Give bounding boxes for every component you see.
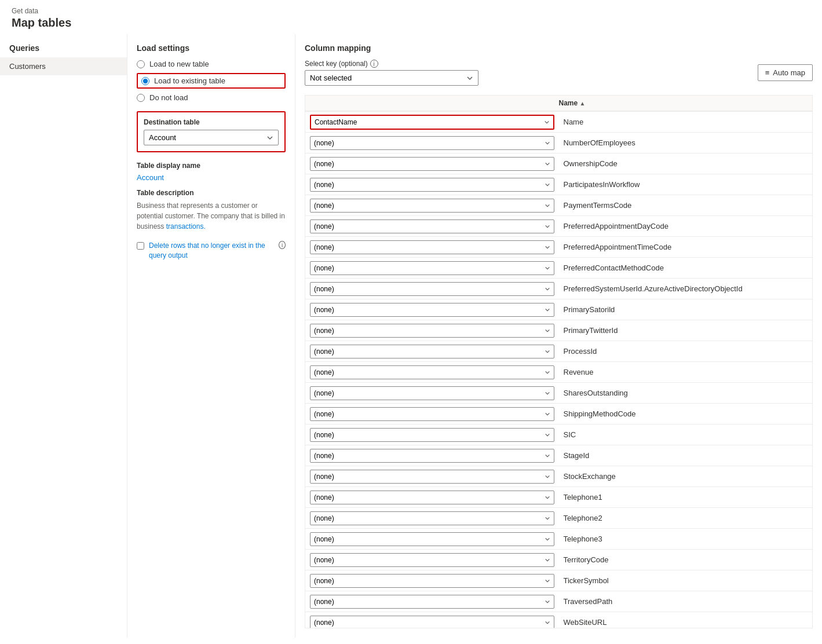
mapping-source-cell: (none) — [305, 342, 559, 361]
do-not-load-radio[interactable] — [137, 94, 145, 102]
source-select-16[interactable]: (none) — [310, 449, 554, 463]
key-select-row: Select key (optional) i Not selected ≡ A… — [305, 60, 813, 86]
mapping-dest-cell: WebSiteURL — [559, 616, 813, 628]
load-to-new-table-radio[interactable] — [137, 60, 145, 68]
col-source-header — [305, 99, 554, 107]
source-select-24[interactable]: (none) — [310, 616, 554, 629]
source-select-19[interactable]: (none) — [310, 511, 554, 525]
source-select-22[interactable]: (none) — [310, 574, 554, 588]
description-link[interactable]: transactions. — [166, 222, 206, 230]
col-dest-header: Name ▲ — [554, 99, 803, 107]
source-select-21[interactable]: (none) — [310, 553, 554, 567]
mapping-dest-cell: PreferredSystemUserId.AzureActiveDirecto… — [559, 282, 813, 295]
auto-map-button[interactable]: ≡ Auto map — [758, 64, 813, 81]
load-to-existing-table-radio[interactable] — [141, 77, 149, 85]
mapping-source-cell: (none) — [305, 384, 559, 402]
source-select-14[interactable]: (none) — [310, 407, 554, 421]
mapping-dest-cell: StageId — [559, 449, 813, 462]
query-item-customers[interactable]: Customers — [0, 57, 127, 75]
source-select-10[interactable]: (none) — [310, 324, 554, 338]
source-select-8[interactable]: (none) — [310, 282, 554, 296]
table-row: (none)TraversedPath — [305, 591, 812, 612]
column-mapping-title: Column mapping — [305, 43, 813, 53]
mapping-dest-cell: Revenue — [559, 365, 813, 379]
source-select-7[interactable]: (none) — [310, 261, 554, 275]
mapping-dest-cell: ParticipatesInWorkflow — [559, 178, 813, 191]
mapping-table-header: Name ▲ — [305, 96, 812, 112]
table-row: (none)NumberOfEmployees — [305, 133, 812, 153]
do-not-load-label: Do not load — [149, 93, 188, 102]
key-select-info-icon[interactable]: i — [370, 60, 378, 68]
mapping-source-cell: (none) — [305, 488, 559, 507]
source-select-12[interactable]: (none) — [310, 365, 554, 379]
table-row: (none)Telephone1 — [305, 487, 812, 508]
source-select-6[interactable]: (none) — [310, 240, 554, 254]
sort-arrow-icon[interactable]: ▲ — [580, 100, 586, 107]
source-select-20[interactable]: (none) — [310, 532, 554, 546]
auto-map-icon: ≡ — [765, 68, 770, 77]
source-select-13[interactable]: (none) — [310, 386, 554, 400]
table-row: (none)Revenue — [305, 362, 812, 383]
breadcrumb: Get data — [12, 7, 810, 15]
mapping-rows-container: ContactNameName(none)NumberOfEmployees(n… — [305, 112, 812, 628]
queries-panel: Queries Customers — [0, 34, 127, 638]
source-select-9[interactable]: (none) — [310, 303, 554, 317]
mapping-dest-cell: ShippingMethodCode — [559, 407, 813, 420]
table-row: (none)WebSiteURL — [305, 612, 812, 628]
table-row: (none)StageId — [305, 445, 812, 466]
source-select-5[interactable]: (none) — [310, 219, 554, 233]
mapping-source-cell: (none) — [305, 196, 559, 215]
load-to-new-table-option[interactable]: Load to new table — [137, 60, 286, 68]
mapping-dest-cell: NumberOfEmployees — [559, 136, 813, 149]
mapping-source-cell: (none) — [305, 175, 559, 194]
table-row: (none)PrimaryTwitterId — [305, 320, 812, 341]
load-settings-title: Load settings — [137, 43, 286, 53]
table-row: (none)Telephone3 — [305, 529, 812, 550]
mapping-table-container: Name ▲ ContactNameName(none)NumberOfEmpl… — [305, 95, 813, 628]
table-description-label: Table description — [137, 189, 286, 197]
mapping-dest-cell: TickerSymbol — [559, 574, 813, 587]
source-select-2[interactable]: (none) — [310, 157, 554, 171]
mapping-dest-cell: PrimarySatorild — [559, 303, 813, 316]
source-select-0[interactable]: ContactName — [310, 115, 554, 130]
table-description-section: Table description Business that represen… — [137, 189, 286, 232]
mapping-dest-cell: Telephone2 — [559, 511, 813, 525]
source-select-11[interactable]: (none) — [310, 345, 554, 358]
table-row: (none)OwnershipCode — [305, 153, 812, 174]
mapping-dest-cell: OwnershipCode — [559, 157, 813, 170]
auto-map-label: Auto map — [773, 68, 805, 77]
source-select-3[interactable]: (none) — [310, 178, 554, 192]
key-select-dropdown-wrapper: Not selected — [305, 70, 478, 86]
page-header: Get data Map tables — [0, 0, 822, 34]
page-title: Map tables — [12, 16, 810, 30]
key-select-dropdown[interactable]: Not selected — [305, 70, 478, 86]
table-row: (none)ShippingMethodCode — [305, 404, 812, 425]
mapping-source-cell: (none) — [305, 592, 559, 611]
source-select-18[interactable]: (none) — [310, 491, 554, 504]
table-description-text: Business that represents a customer or p… — [137, 200, 286, 232]
delete-rows-info-icon[interactable]: i — [279, 241, 286, 249]
table-row: (none)ParticipatesInWorkflow — [305, 174, 812, 195]
load-to-existing-table-label: Load to existing table — [154, 76, 225, 85]
destination-table-dropdown[interactable]: Account — [144, 130, 279, 145]
load-to-existing-table-option[interactable]: Load to existing table — [137, 73, 286, 89]
mapping-source-cell: (none) — [305, 426, 559, 444]
delete-rows-checkbox[interactable] — [137, 242, 144, 250]
table-row: (none)PreferredSystemUserId.AzureActiveD… — [305, 279, 812, 299]
source-select-15[interactable]: (none) — [310, 428, 554, 442]
table-display-name-value: Account — [137, 173, 286, 182]
key-select-label: Select key (optional) i — [305, 60, 478, 68]
delete-rows-label[interactable]: Delete rows that no longer exist in the … — [149, 241, 274, 261]
source-select-1[interactable]: (none) — [310, 136, 554, 150]
do-not-load-option[interactable]: Do not load — [137, 93, 286, 102]
source-select-23[interactable]: (none) — [310, 595, 554, 609]
mapping-dest-cell: StockExchange — [559, 470, 813, 483]
source-select-17[interactable]: (none) — [310, 470, 554, 484]
load-settings-panel: Load settings Load to new table Load to … — [127, 34, 295, 638]
mapping-dest-cell: PreferredAppointmentDayCode — [559, 219, 813, 233]
load-to-new-table-label: Load to new table — [149, 60, 209, 68]
source-select-4[interactable]: (none) — [310, 199, 554, 213]
mapping-source-cell: (none) — [305, 530, 559, 548]
mapping-source-cell: (none) — [305, 301, 559, 319]
mapping-source-cell: (none) — [305, 155, 559, 173]
